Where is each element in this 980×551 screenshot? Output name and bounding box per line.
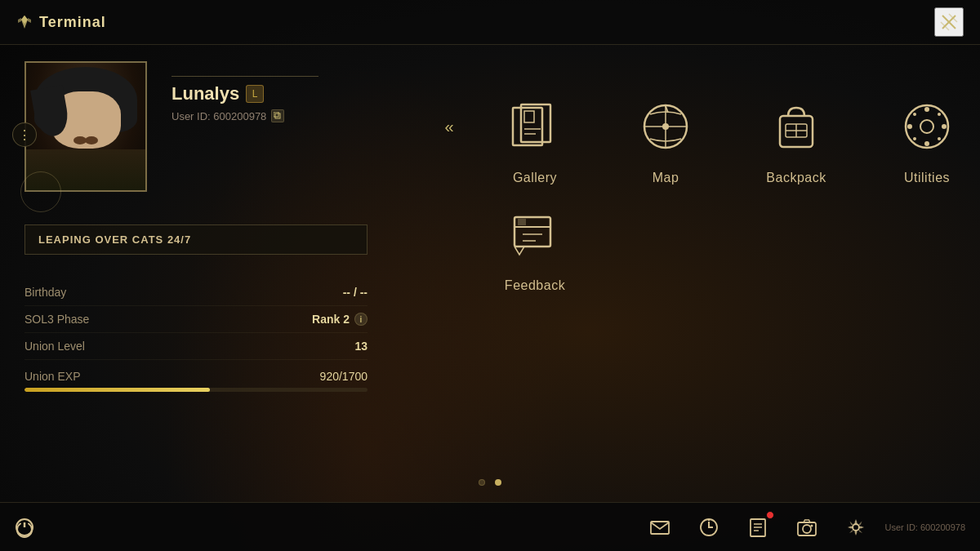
- menu-grid: Gallery Map: [482, 78, 980, 293]
- avatar-eye-left: [85, 136, 98, 144]
- left-panel: ⋮ Lunalys L User ID: 600200978: [0, 45, 384, 551]
- feedback-icon-wrap: [502, 202, 568, 267]
- birthday-value: -- / --: [343, 286, 368, 299]
- svg-point-24: [907, 124, 912, 129]
- svg-point-26: [913, 113, 916, 116]
- menu-item-map[interactable]: Map: [612, 94, 719, 185]
- nav-dot-1[interactable]: [479, 479, 485, 486]
- clock-button[interactable]: [686, 504, 732, 550]
- map-icon: [637, 98, 694, 155]
- power-icon: [13, 516, 36, 539]
- union-level-row: Union Level 13: [24, 333, 368, 360]
- svg-point-22: [924, 107, 929, 112]
- avatar-menu-button[interactable]: ⋮: [12, 122, 37, 147]
- guild-name: LEAPING OVER CATS 24/7: [38, 233, 191, 246]
- copy-id-button[interactable]: [271, 109, 284, 122]
- birthday-label: Birthday: [24, 286, 66, 299]
- nav-dot-2[interactable]: [495, 479, 501, 486]
- svg-point-25: [942, 124, 947, 129]
- mail-button[interactable]: [637, 504, 683, 550]
- player-name: Lunalys: [172, 83, 239, 104]
- gallery-label: Gallery: [513, 171, 557, 185]
- sol3-value: Rank 2: [312, 313, 350, 326]
- svg-point-46: [803, 525, 811, 533]
- sol3-row: SOL3 Phase Rank 2 i: [24, 306, 368, 333]
- svg-rect-36: [651, 522, 669, 534]
- copy-icon: [274, 112, 282, 120]
- backpack-label: Backpack: [766, 171, 826, 185]
- avatar-container: ⋮: [24, 61, 155, 208]
- gallery-icon-wrap: [502, 94, 568, 159]
- menu-item-utilities[interactable]: Utilities: [874, 94, 980, 185]
- svg-rect-5: [274, 112, 278, 117]
- exp-bar-background: [24, 388, 368, 392]
- union-level-label: Union Level: [24, 340, 85, 353]
- camera-icon: [796, 517, 817, 538]
- exp-value: 920/1700: [320, 370, 368, 383]
- svg-point-21: [920, 120, 933, 133]
- name-divider: [172, 76, 318, 77]
- exp-row: Union EXP 920/1700: [24, 370, 368, 392]
- feedback-icon: [506, 206, 564, 263]
- svg-point-14: [662, 123, 669, 130]
- exp-bar-fill: [24, 388, 210, 392]
- backpack-icon-wrap: [764, 94, 829, 159]
- top-bar: Terminal: [0, 0, 980, 45]
- avatar-section: ⋮ Lunalys L User ID: 600200978: [24, 61, 368, 208]
- feedback-label: Feedback: [505, 278, 565, 293]
- backpack-icon: [768, 98, 825, 155]
- player-name-row: Lunalys L: [172, 83, 368, 104]
- clock-icon: [698, 517, 719, 538]
- svg-point-23: [924, 141, 929, 146]
- close-icon: [938, 11, 960, 33]
- svg-rect-7: [521, 104, 550, 142]
- svg-rect-8: [524, 111, 534, 122]
- svg-point-28: [938, 113, 941, 116]
- settings-button[interactable]: [833, 504, 879, 550]
- svg-point-27: [938, 137, 941, 140]
- terminal-icon: [16, 14, 33, 30]
- bottom-bar: User ID: 600200978: [0, 502, 980, 551]
- user-id-text: User ID: 600200978: [172, 110, 266, 122]
- svg-point-47: [810, 524, 813, 527]
- player-info: Lunalys L User ID: 600200978: [172, 61, 368, 122]
- map-label: Map: [653, 171, 679, 185]
- svg-rect-6: [513, 108, 542, 145]
- notes-icon: [747, 517, 768, 538]
- nav-dots: [479, 479, 501, 486]
- collapse-button[interactable]: «: [433, 110, 466, 143]
- user-id-row: User ID: 600200978: [172, 109, 368, 122]
- union-level-value: 13: [354, 340, 368, 353]
- stats-section: Birthday -- / -- SOL3 Phase Rank 2 i Uni…: [24, 271, 368, 392]
- sol3-info-button[interactable]: i: [354, 313, 368, 326]
- notes-button[interactable]: [735, 504, 781, 550]
- right-panel: « Gallery: [384, 45, 980, 518]
- utilities-icon: [898, 98, 956, 155]
- close-button[interactable]: [934, 7, 964, 37]
- name-badge-text: L: [252, 88, 258, 100]
- birthday-row: Birthday -- / --: [24, 279, 368, 306]
- settings-icon: [845, 517, 866, 538]
- map-icon-wrap: [633, 94, 698, 159]
- svg-point-29: [913, 137, 916, 140]
- power-button[interactable]: [0, 503, 49, 552]
- menu-item-feedback[interactable]: Feedback: [482, 202, 588, 293]
- avatar-eye-right: [74, 136, 87, 144]
- exp-label: Union EXP: [24, 370, 80, 383]
- menu-item-backpack[interactable]: Backpack: [743, 94, 849, 185]
- menu-item-gallery[interactable]: Gallery: [482, 94, 588, 185]
- svg-rect-4: [275, 113, 280, 118]
- name-badge: L: [246, 85, 264, 103]
- camera-button[interactable]: [784, 504, 830, 550]
- sol3-value-group: Rank 2 i: [312, 313, 368, 326]
- guild-tag: LEAPING OVER CATS 24/7: [24, 224, 368, 255]
- bottom-right-icons: User ID: 600200978: [637, 504, 980, 550]
- avatar-decoration: [20, 171, 61, 212]
- sol3-label: SOL3 Phase: [24, 313, 89, 326]
- window-title-group: Terminal: [16, 14, 106, 31]
- bottom-user-id: User ID: 600200978: [885, 522, 965, 532]
- exp-label-row: Union EXP 920/1700: [24, 370, 368, 383]
- collapse-icon: «: [444, 118, 453, 136]
- notes-badge: [766, 511, 774, 519]
- utilities-icon-wrap: [894, 94, 960, 159]
